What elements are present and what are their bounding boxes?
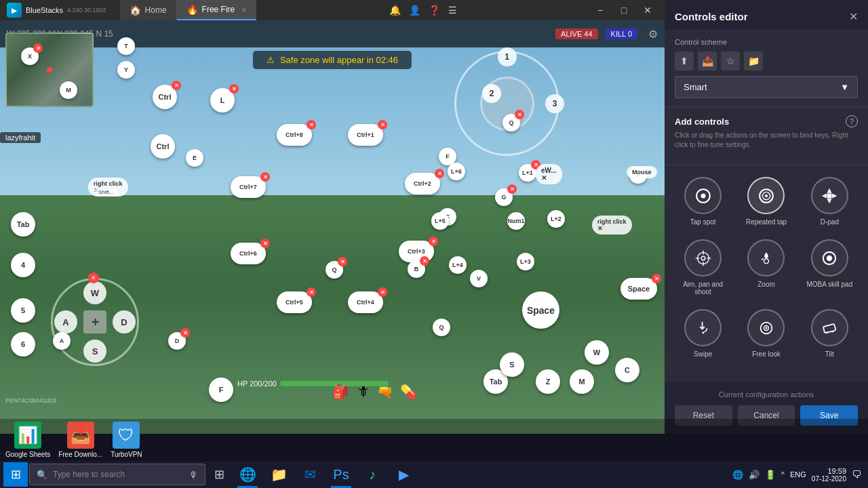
key-Ctrl6-close[interactable]: ✕ <box>260 239 270 248</box>
dpad-up[interactable]: W <box>83 281 106 304</box>
key-Mouse[interactable]: Mouse <box>627 166 657 178</box>
desktop-app-free-download[interactable]: 📥 Free Downlo... <box>58 422 102 458</box>
taskbar-app-mail[interactable]: ✉ <box>295 461 325 488</box>
maximize-button[interactable]: □ <box>614 0 634 20</box>
key-Ctrl5-close[interactable]: ✕ <box>307 287 316 297</box>
key-V[interactable]: V <box>470 270 488 287</box>
tab-home[interactable]: 🏠 Home <box>120 0 177 20</box>
dpad-right[interactable]: D <box>113 310 136 333</box>
key-Space1-close[interactable]: ✕ <box>652 274 661 283</box>
key-Ctrl1[interactable]: Ctrl ✕ <box>153 85 177 109</box>
key-Z[interactable]: Z <box>536 369 560 394</box>
taskbar-search[interactable]: 🔍 Type here to search 🎙 <box>29 464 205 485</box>
key-Q2[interactable]: Q ✕ <box>502 114 520 131</box>
system-tray-icon-2[interactable]: 🔊 <box>749 470 760 480</box>
key-Ctrl4-close[interactable]: ✕ <box>378 287 387 297</box>
key-right-click2-close[interactable]: ✕ <box>597 225 627 232</box>
key-D2[interactable]: D ✕ <box>168 332 186 350</box>
key-D2-close[interactable]: ✕ <box>180 328 190 338</box>
key-Space2[interactable]: Space <box>522 291 559 329</box>
key-eW[interactable]: eW... ✕ <box>536 164 562 184</box>
dpad-left[interactable]: A <box>54 310 77 333</box>
add-controls-help-icon[interactable]: ? <box>846 115 858 127</box>
scheme-dropdown[interactable]: Smart ▼ <box>675 76 858 98</box>
key-X-close[interactable]: ✕ <box>33 43 43 53</box>
key-Ctrl6[interactable]: Ctrl+6 ✕ <box>231 243 266 264</box>
key-5[interactable]: 5 <box>11 298 35 323</box>
key-A2[interactable]: A <box>53 332 71 350</box>
scheme-icon-export[interactable]: 📤 <box>698 52 717 70</box>
key-Q3[interactable]: Q <box>433 319 450 336</box>
key-Ctrl2[interactable]: Ctrl <box>151 134 175 159</box>
key-Ctrl3-close[interactable]: ✕ <box>429 237 438 246</box>
key-X[interactable]: X ✕ <box>21 47 39 65</box>
key-Ctrl1-close[interactable]: ✕ <box>172 81 181 90</box>
scheme-icon-star[interactable]: ☆ <box>721 52 740 70</box>
key-6[interactable]: 6 <box>11 332 35 357</box>
notification-center-icon[interactable]: 🗨 <box>852 469 861 480</box>
key-Ctrl2b-close[interactable]: ✕ <box>435 169 444 178</box>
menu-icon[interactable]: ☰ <box>448 5 457 16</box>
key-Num1[interactable]: Num1 <box>507 212 525 230</box>
key-E[interactable]: E <box>186 149 203 167</box>
key-G-close[interactable]: ✕ <box>507 184 517 194</box>
ctrl-item-tilt[interactable]: Tilt <box>802 306 858 361</box>
lang-indicator[interactable]: ENG <box>790 470 806 479</box>
profile-icon[interactable]: 👤 <box>409 5 420 16</box>
key-L6[interactable]: L+6 <box>448 163 465 180</box>
taskbar-app-music[interactable]: ♪ <box>357 461 387 488</box>
key-W2[interactable]: W <box>585 340 609 365</box>
key-Space1[interactable]: Space ✕ <box>620 278 657 300</box>
key-right-click2[interactable]: right click ✕ <box>592 216 632 235</box>
scheme-icon-folder[interactable]: 📁 <box>744 52 763 70</box>
key-Tab[interactable]: Tab <box>11 212 35 237</box>
key-eW-close[interactable]: ✕ <box>541 174 557 182</box>
key-Ctrl4[interactable]: Ctrl+4 ✕ <box>348 291 383 313</box>
ctrl-item-repeated-tap[interactable]: Repeated tap <box>738 174 794 229</box>
action-icon-4[interactable]: 💊 <box>400 384 417 400</box>
key-Ctrl5[interactable]: Ctrl+5 ✕ <box>277 291 312 313</box>
key-S2[interactable]: S <box>500 352 524 377</box>
taskbar-app-photoshop[interactable]: Ps <box>326 461 356 488</box>
key-Ctrl1b-close[interactable]: ✕ <box>378 120 387 129</box>
tab-close-icon[interactable]: ✕ <box>241 6 247 14</box>
action-icon-2[interactable]: 🗡 <box>356 384 370 400</box>
key-L-close[interactable]: ✕ <box>229 84 239 94</box>
ctrl-item-free-look[interactable]: Free look <box>738 306 794 361</box>
dpad-close[interactable]: ✕ <box>88 272 99 283</box>
key-M[interactable]: M <box>60 81 77 99</box>
key-L2[interactable]: L+2 <box>547 210 565 228</box>
scheme-icon-share[interactable]: ⬆ <box>675 52 694 70</box>
key-L1[interactable]: L+1 ✕ <box>519 164 536 182</box>
close-button[interactable]: ✕ <box>637 0 658 20</box>
key-C[interactable]: C <box>615 358 639 382</box>
taskbar-app-explorer[interactable]: 📁 <box>264 461 294 488</box>
key-Ctrl8-close[interactable]: ✕ <box>307 120 316 129</box>
game-settings-icon[interactable]: ⚙ <box>648 28 658 41</box>
desktop-app-turbo-vpn[interactable]: 🛡 TurboVPN <box>111 422 142 458</box>
taskbar-app-bluestacks[interactable]: ▶ <box>389 461 418 488</box>
key-Q1[interactable]: Q ✕ <box>326 261 343 279</box>
key-B[interactable]: B ✕ <box>408 260 425 278</box>
taskbar-app-edge[interactable]: 🌐 <box>233 461 262 488</box>
start-button[interactable]: ⊞ <box>3 462 28 487</box>
ctrl-item-swipe[interactable]: Swipe <box>675 306 731 361</box>
key-Ctrl8[interactable]: Ctrl+8 ✕ <box>277 124 312 146</box>
action-icon-1[interactable]: 🎒 <box>332 384 349 400</box>
task-view-icon[interactable]: ⊞ <box>207 462 231 487</box>
ctrl-item-aim[interactable]: Aim, pan and shoot <box>675 236 731 299</box>
notification-icon[interactable]: 🔔 <box>389 5 401 16</box>
system-tray-chevron[interactable]: ^ <box>781 470 785 479</box>
system-tray-icon-3[interactable]: 🔋 <box>765 470 776 480</box>
desktop-app-google-sheets[interactable]: 📊 Google Sheets <box>5 422 50 458</box>
key-Ctrl7-close[interactable]: ✕ <box>260 172 270 182</box>
key-T[interactable]: T <box>117 37 135 55</box>
minimize-button[interactable]: − <box>590 0 610 20</box>
ctrl-item-dpad[interactable]: D-pad <box>802 174 858 229</box>
key-L[interactable]: L ✕ <box>210 88 235 113</box>
key-Q2-close[interactable]: ✕ <box>515 110 524 119</box>
key-L4[interactable]: L+4 <box>449 256 467 274</box>
key-Ctrl2b[interactable]: Ctrl+2 ✕ <box>405 173 440 195</box>
action-icon-3[interactable]: 🔫 <box>376 384 393 400</box>
key-Ctrl1b[interactable]: Ctrl+1 ✕ <box>348 124 383 146</box>
